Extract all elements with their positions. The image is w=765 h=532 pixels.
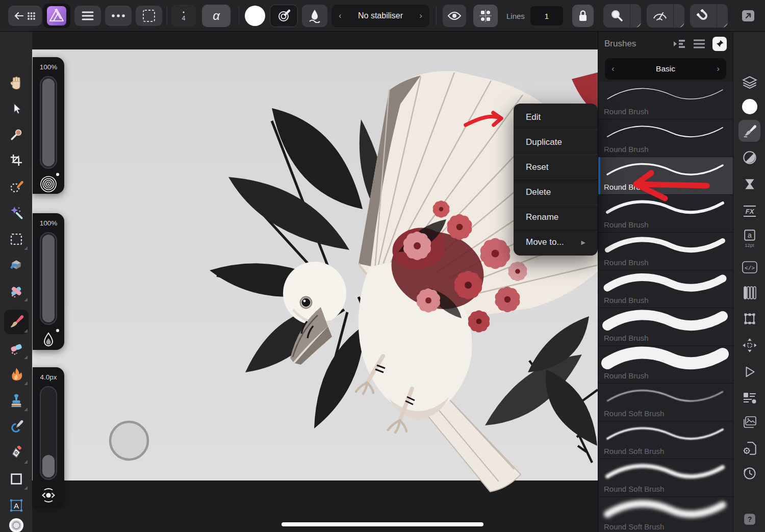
menu-item-label: Edit (526, 112, 541, 122)
flow-slider-pod: 100% (33, 213, 64, 350)
colour-panel-button[interactable] (738, 95, 760, 117)
size-slider[interactable] (40, 386, 57, 480)
brush-item[interactable]: Round Soft Brush (598, 459, 733, 497)
brush-category-selector[interactable]: ‹ Basic › (605, 58, 726, 80)
blemish-removal-icon (9, 283, 24, 298)
preview-button[interactable] (443, 5, 466, 27)
current-colour-swatch[interactable] (245, 6, 265, 26)
transform-panel-button[interactable] (738, 308, 760, 330)
main-menu-button[interactable] (74, 6, 101, 26)
brush-stroke-preview (602, 498, 728, 521)
clone-tool[interactable] (4, 388, 29, 413)
flow-value: 100% (33, 213, 64, 227)
navigator-panel-button[interactable] (738, 334, 760, 356)
pin-icon (715, 39, 724, 48)
menu-item-delete[interactable]: Delete (514, 180, 598, 205)
document-settings-button[interactable] (738, 437, 760, 459)
sources-panel-button[interactable]: </> (738, 256, 760, 278)
brushes-panel-button[interactable] (738, 120, 760, 142)
menu-item-move-to[interactable]: Move to...▶ (514, 230, 598, 255)
layer-fx-panel-button[interactable]: FX (738, 200, 760, 222)
brush-item[interactable]: Round Brush (598, 82, 733, 119)
view-mode-button[interactable] (647, 4, 684, 28)
paint-brush-tool-selected[interactable] (4, 310, 29, 334)
selection-mode-button[interactable] (136, 6, 162, 26)
pen-tool[interactable] (4, 441, 29, 465)
clone-stamp-icon (9, 393, 24, 408)
brush-width-button[interactable]: 4 (171, 5, 196, 27)
brush-mode-button[interactable] (270, 5, 298, 27)
help-button[interactable]: ? (738, 508, 760, 530)
back-home-button[interactable] (8, 6, 42, 26)
pin-panel-button[interactable] (712, 37, 727, 51)
menu-item-label: Move to... (526, 237, 564, 247)
stock-panel-button[interactable] (738, 411, 760, 433)
selection-brush-tool[interactable] (4, 174, 29, 198)
marquee-select-tool[interactable] (4, 227, 29, 251)
brush-stroke-preview (602, 234, 728, 257)
menu-item-edit[interactable]: Edit (514, 105, 598, 130)
pan-tool[interactable] (4, 70, 29, 95)
wet-edges-button[interactable] (302, 5, 327, 27)
flyout-corner (636, 23, 641, 28)
adjustments-panel-button[interactable] (738, 146, 760, 168)
home-indicator[interactable] (282, 522, 483, 526)
alpha-toggle-button[interactable]: α (202, 5, 231, 27)
flow-droplet-icon[interactable] (33, 331, 64, 356)
stabiliser-prev-icon[interactable]: ‹ (339, 11, 342, 21)
brush-item[interactable]: Round Soft Brush (598, 421, 733, 459)
brush-item[interactable]: Round Brush (598, 119, 733, 157)
symmetry-button[interactable] (473, 5, 498, 27)
flood-fill-tool[interactable] (4, 252, 29, 277)
brush-item[interactable]: Round Brush (598, 233, 733, 270)
layers-panel-button[interactable] (738, 71, 760, 93)
rectangle-tool[interactable] (4, 467, 29, 491)
flyout-list-icon[interactable] (673, 38, 686, 50)
history-panel-button[interactable] (738, 462, 760, 484)
colour-picker-tool[interactable] (4, 122, 29, 147)
move-tool[interactable] (4, 96, 29, 121)
opacity-rings-icon[interactable] (33, 175, 64, 199)
fullscreen-button[interactable] (741, 9, 756, 25)
more-options-button[interactable] (105, 6, 132, 26)
stabiliser-label: No stabiliser (358, 11, 403, 20)
list-view-icon[interactable] (693, 39, 705, 49)
colour-well[interactable] (4, 513, 29, 532)
lock-button[interactable] (572, 5, 594, 27)
menu-item-rename[interactable]: Rename (514, 205, 598, 230)
channels-panel-button[interactable] (738, 282, 760, 303)
menu-item-reset[interactable]: Reset (514, 155, 598, 180)
canvas-area[interactable] (32, 32, 598, 532)
smudge-tool[interactable] (4, 414, 29, 439)
flood-select-tool[interactable] (4, 200, 29, 225)
erase-tool[interactable] (4, 336, 29, 361)
category-next-icon[interactable]: › (717, 64, 720, 74)
brush-size-icon[interactable] (33, 486, 64, 511)
stabiliser-next-icon[interactable]: › (419, 11, 422, 21)
symmetry-quadrants-icon (479, 9, 492, 22)
text-panel-button[interactable]: a 12pt (738, 224, 760, 252)
brush-item[interactable]: Round Soft Brush (598, 497, 733, 532)
brush-item[interactable]: Round Brush (598, 346, 733, 384)
brush-item[interactable]: Round Brush (598, 308, 733, 346)
crop-tool[interactable] (4, 148, 29, 172)
app-icon-button[interactable] (43, 4, 70, 28)
annotation-arrow-brush (598, 166, 733, 207)
live-filters-panel-button[interactable] (738, 173, 760, 195)
category-prev-icon[interactable]: ‹ (611, 64, 615, 74)
top-toolbar: 4 α ‹ No stabiliser › Lines 1 (0, 0, 765, 32)
menu-item-label: Delete (526, 187, 551, 197)
snapping-button[interactable] (690, 4, 728, 28)
macro-panel-button[interactable] (738, 361, 760, 383)
flow-slider[interactable] (40, 232, 57, 325)
metadata-panel-button[interactable] (738, 387, 760, 409)
opacity-slider[interactable] (40, 76, 57, 169)
brush-item[interactable]: Round Soft Brush (598, 384, 733, 421)
menu-item-duplicate[interactable]: Duplicate (514, 130, 598, 155)
brush-item[interactable]: Round Brush (598, 270, 733, 308)
stabiliser-selector[interactable]: ‹ No stabiliser › (332, 5, 429, 27)
dodge-burn-tool[interactable] (4, 362, 29, 387)
zoom-tool-button[interactable] (603, 4, 641, 28)
lines-value-field[interactable]: 1 (530, 6, 563, 26)
healing-tool[interactable] (4, 278, 29, 303)
